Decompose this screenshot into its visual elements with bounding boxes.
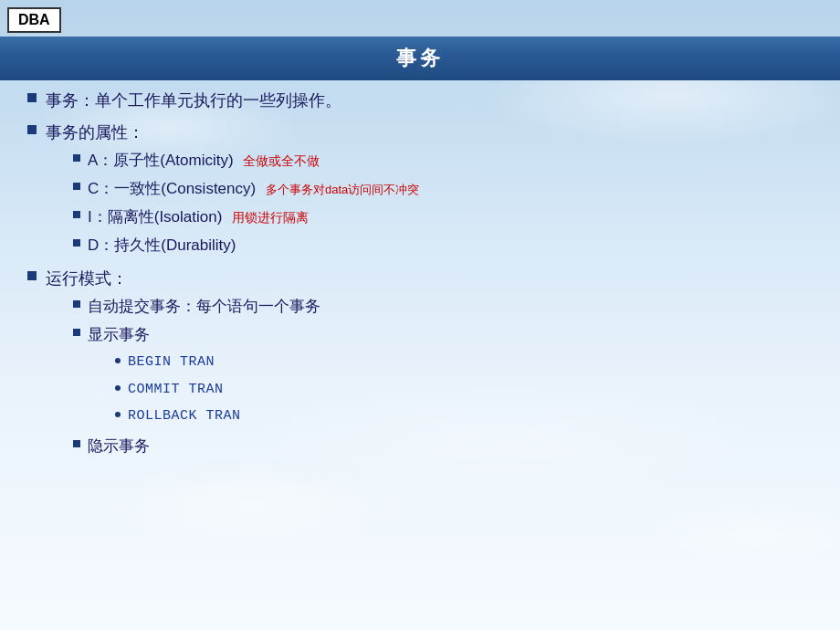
acid-list: A：原子性(Atomicity) 全做或全不做 C：一致性(Consistenc… (46, 148, 813, 259)
dba-badge: DBA (7, 7, 61, 33)
run-mode-bullet-2 (73, 329, 80, 336)
bullet-item-3: 运行模式： 自动提交事务：每个语句一个事务 显示事务 (27, 265, 813, 462)
slide-title: 事务 (396, 45, 444, 72)
code-item-rollback: ROLLBACK TRAN (115, 404, 813, 428)
code-item-commit: COMMIT TRAN (115, 378, 813, 402)
bullet-text-2-main: 事务的属性： (46, 123, 144, 142)
acid-note-c: 多个事务对data访问间不冲突 (266, 183, 419, 196)
dba-badge-text: DBA (18, 12, 50, 27)
acid-text-d: D：持久性(Durability) (88, 233, 813, 259)
bullet-text-2: 事务的属性： A：原子性(Atomicity) 全做或全不做 (46, 119, 813, 261)
run-mode-item-3: 隐示事务 (73, 434, 813, 460)
code-text-rollback: ROLLBACK TRAN (128, 404, 813, 428)
content-area: 事务：单个工作单元执行的一些列操作。 事务的属性： A：原子性(Atomicit… (27, 87, 813, 612)
run-mode-text-3: 隐示事务 (88, 434, 813, 460)
code-dot-rollback (115, 412, 121, 417)
bullet-item-2: 事务的属性： A：原子性(Atomicity) 全做或全不做 (27, 119, 813, 261)
acid-note-i: 用锁进行隔离 (232, 210, 309, 225)
run-mode-bullet-3 (73, 440, 80, 447)
run-mode-bullet-1 (73, 300, 80, 308)
acid-bullet-d (73, 239, 80, 247)
bullet-text-3: 运行模式： 自动提交事务：每个语句一个事务 显示事务 (46, 265, 813, 462)
acid-item-i: I：隔离性(Isolation) 用锁进行隔离 (73, 205, 813, 231)
acid-note-a: 全做或全不做 (243, 153, 320, 168)
acid-text-i: I：隔离性(Isolation) 用锁进行隔离 (88, 205, 813, 231)
run-mode-label-2: 显示事务 (88, 326, 150, 343)
run-mode-text-1: 自动提交事务：每个语句一个事务 (88, 294, 813, 320)
bullet-item-1: 事务：单个工作单元执行的一些列操作。 (27, 87, 813, 115)
acid-label-i: I：隔离性(Isolation) (88, 208, 222, 226)
acid-bullet-a (73, 154, 80, 162)
run-mode-text-2: 显示事务 BEGIN TRAN COMMIT TRAN (88, 322, 813, 431)
acid-label-a: A：原子性(Atomicity) (88, 152, 234, 169)
title-bar: 事务 (0, 37, 840, 80)
code-text-commit: COMMIT TRAN (128, 378, 813, 402)
main-bullet-list: 事务：单个工作单元执行的一些列操作。 事务的属性： A：原子性(Atomicit… (27, 87, 813, 462)
code-item-begin: BEGIN TRAN (115, 351, 813, 374)
bullet-text-1: 事务：单个工作单元执行的一些列操作。 (46, 87, 813, 115)
code-text-begin: BEGIN TRAN (128, 351, 813, 374)
code-dot-begin (115, 358, 121, 363)
acid-item-d: D：持久性(Durability) (73, 233, 813, 259)
run-mode-item-1: 自动提交事务：每个语句一个事务 (73, 294, 813, 320)
acid-item-c: C：一致性(Consistency) 多个事务对data访问间不冲突 (73, 176, 813, 203)
code-dot-commit (115, 385, 121, 391)
bullet-square-3 (27, 271, 37, 280)
acid-item-a: A：原子性(Atomicity) 全做或全不做 (73, 148, 813, 174)
acid-text-a: A：原子性(Atomicity) 全做或全不做 (88, 148, 813, 174)
bullet-square-1 (27, 93, 37, 102)
acid-label-c: C：一致性(Consistency) (88, 180, 256, 197)
run-mode-list: 自动提交事务：每个语句一个事务 显示事务 BEGIN TRAN (46, 294, 813, 459)
run-mode-item-2: 显示事务 BEGIN TRAN COMMIT TRAN (73, 322, 813, 431)
code-list: BEGIN TRAN COMMIT TRAN ROLLBACK TRAN (88, 351, 813, 428)
bullet-square-2 (27, 125, 37, 134)
acid-bullet-i (73, 211, 80, 218)
acid-text-c: C：一致性(Consistency) 多个事务对data访问间不冲突 (88, 176, 813, 203)
run-mode-label: 运行模式： (46, 269, 128, 288)
acid-bullet-c (73, 183, 80, 190)
